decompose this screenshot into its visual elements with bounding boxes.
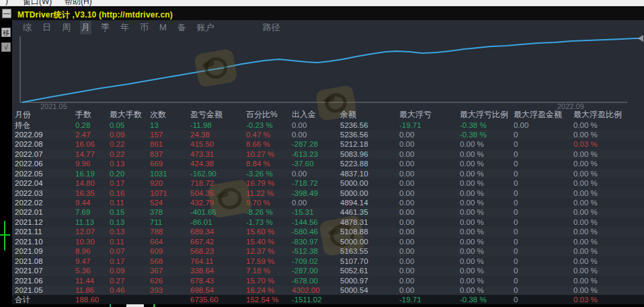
column-header: 月份 (12, 110, 73, 121)
tab-账户[interactable]: 账户 (196, 21, 216, 34)
value-cell: -678.00 (289, 276, 337, 285)
value-cell: 0.00 % (457, 149, 511, 159)
value-cell: 16.19 (73, 169, 107, 178)
value-cell: 4302.00 (289, 285, 337, 295)
value-cell: 4837.10 (337, 169, 397, 178)
table-row[interactable]: 2021.0611.440.27626678.4315.70 %-678.005… (12, 276, 644, 285)
table-row[interactable]: 2022.029.440.11524432.799.70 %0.004894.1… (12, 198, 644, 207)
tab-币[interactable]: 币 (138, 21, 150, 34)
table-row[interactable]: 2021.1112.070.13788689.3415.60 %-580.465… (12, 227, 644, 236)
table-row[interactable]: 2022.092.470.0915724.380.47 %0.005236.56… (12, 130, 644, 139)
tab-周[interactable]: 周 (61, 21, 72, 34)
value-cell: 0 (511, 207, 571, 217)
table-header-row: 月份手数最大手数次数盈亏金额百分比%出入金余额最大浮亏最大浮亏比例最大浮盈金额最… (12, 110, 644, 121)
tab-日[interactable]: 日 (41, 21, 52, 34)
table-row[interactable]: 2021.1010.300.11664667.4215.40 %-830.975… (12, 237, 644, 246)
month-cell: 2022.07 (12, 149, 73, 159)
value-cell: 667.42 (188, 237, 243, 246)
app-title: MTDriver统计 ,V3.10 (http://mtdriver.cn) (17, 9, 173, 21)
month-cell: 2022.05 (12, 169, 73, 178)
value-cell: 0 (511, 159, 571, 168)
month-cell: 2021.05 (12, 285, 73, 295)
value-cell: 5000.54 (337, 285, 397, 295)
value-cell: 764.11 (188, 257, 243, 266)
path-label[interactable]: 路径 (263, 22, 280, 34)
tab-备[interactable]: 备 (176, 21, 188, 34)
table-row[interactable]: 2022.0516.190.201031-162.90-3.26 %0.0048… (12, 169, 644, 178)
month-cell: 2022.09 (12, 130, 73, 139)
minimize-button[interactable]: — (2, 9, 11, 18)
value-cell: 678.43 (188, 276, 243, 285)
value-cell: 9.44 (73, 198, 107, 207)
taskbar-fragment (153, 304, 155, 307)
tab-季[interactable]: 季 (99, 21, 111, 34)
column-header: 手数 (73, 110, 107, 121)
value-cell: 4461.35 (337, 207, 397, 217)
value-cell: 0.20 (107, 169, 147, 178)
value-cell: 0.11 (107, 198, 147, 207)
value-cell: 24.38 (188, 130, 243, 139)
table-row[interactable]: 持仓0.280.0513-11.98-0.23 %0.005236.56-19.… (12, 121, 644, 130)
value-cell: 0.22 (107, 149, 147, 159)
table-row[interactable]: 2021.098.960.07609568.2312.37 %-512.3851… (12, 246, 644, 256)
table-row[interactable]: 2022.0714.770.22837473.3110.27 %-613.235… (12, 149, 644, 159)
table-row[interactable]: 2022.017.690.15378-401.65-8.26 %-15.3144… (12, 207, 644, 217)
value-cell: 0.00 % (457, 276, 511, 285)
left-sidebar: 移 √ (0, 20, 12, 307)
month-cell: 2022.04 (12, 178, 73, 188)
check-tool-button[interactable]: √ (1, 42, 11, 52)
value-cell: -398.49 (289, 189, 337, 198)
table-row[interactable]: 2021.0511.860.46393698.5416.24 %4302.005… (12, 285, 644, 295)
value-cell: 0.00 % (571, 159, 644, 168)
value-cell: 1031 (147, 169, 188, 178)
value-cell: 5108.88 (337, 227, 397, 236)
tab-综[interactable]: 综 (22, 21, 33, 34)
table-row[interactable]: 2021.1211.130.13711-86.01-1.73 %-144.564… (12, 217, 644, 227)
menu-item-help[interactable]: 帮助(H) (65, 0, 92, 7)
value-cell: 0.00 % (457, 189, 511, 198)
column-header: 最大浮盈金额 (511, 110, 571, 121)
value-cell: 9.47 (73, 257, 107, 266)
value-cell: 17.59 % (243, 257, 289, 266)
value-cell: 711 (147, 217, 188, 227)
value-cell: 5052.61 (337, 266, 397, 275)
value-cell: 0.00 (397, 130, 457, 139)
app-window: ) 窗口(W) 帮助(H) — MTDriver统计 ,V3.10 (http:… (0, 0, 644, 307)
value-cell: 8.84 % (243, 159, 289, 168)
column-header: 出入金 (289, 110, 337, 121)
value-cell: 0.00 (289, 130, 337, 139)
month-cell: 2021.08 (12, 257, 73, 266)
move-tool-button[interactable]: 移 (1, 28, 11, 37)
value-cell: 0.00 % (457, 139, 511, 149)
value-cell: 609 (147, 246, 188, 256)
month-cell: 2021.10 (12, 237, 73, 246)
value-cell: 5000.00 (337, 237, 397, 246)
month-cell: 2022.08 (12, 139, 73, 149)
value-cell: 0.00 (397, 227, 457, 236)
table-row[interactable]: 2022.0316.350.161071504.3511.22 %-398.49… (12, 189, 644, 198)
table-row[interactable]: 2022.0816.060.22861415.508.66 %-287.2852… (12, 139, 644, 149)
value-cell: 5000.97 (337, 276, 397, 285)
table-row[interactable]: 2021.075.360.09367338.647.18 %-287.00505… (12, 266, 644, 275)
value-cell: 0.17 (107, 257, 147, 266)
value-cell: 10.30 (73, 237, 107, 246)
value-cell: 0.00 (397, 266, 457, 275)
value-cell: 0 (511, 130, 571, 139)
table-row[interactable]: 2022.0414.800.17920718.7216.79 %-718.725… (12, 178, 644, 188)
value-cell: 393 (147, 285, 188, 295)
menu-item-window[interactable]: 窗口(W) (23, 0, 52, 7)
value-cell: 378 (147, 207, 188, 217)
table-row[interactable]: 2022.069.960.13669424.388.84 %-37.605223… (12, 159, 644, 168)
table-row[interactable]: 2021.089.470.17568764.1117.59 %-709.0251… (12, 257, 644, 266)
value-cell: 0.00 % (457, 169, 511, 178)
tab-月[interactable]: 月 (80, 21, 91, 34)
value-cell: 16.24 % (243, 285, 289, 295)
month-cell: 2021.06 (12, 276, 73, 285)
value-cell: 0.00 % (457, 227, 511, 236)
value-cell: 504.35 (188, 189, 243, 198)
value-cell: 5.36 (73, 266, 107, 275)
value-cell: 11.22 % (243, 189, 289, 198)
value-cell: 0.00 % (571, 189, 644, 198)
tab-年[interactable]: 年 (119, 21, 130, 34)
tab-M[interactable]: M (158, 22, 168, 33)
